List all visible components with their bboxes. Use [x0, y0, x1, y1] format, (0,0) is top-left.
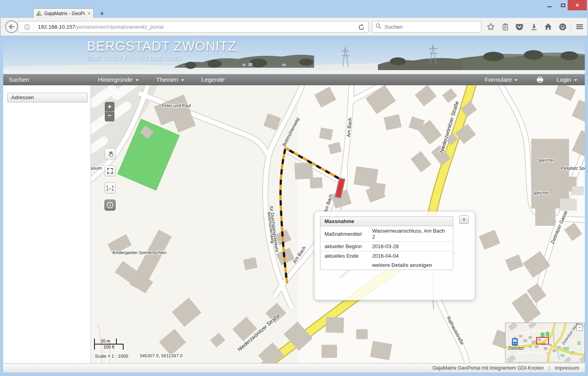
site-banner: BERGSTADT ZWÖNITZ EINE STADT FÜR ALT UND… — [3, 36, 585, 74]
nav-legende[interactable]: Legende — [201, 74, 224, 85]
url-path: /portalserver/#/portal/zwoenitz_portal — [75, 24, 163, 30]
mouse-coordinates: 345307.9, 5611397.0 — [138, 353, 184, 358]
toolbar-divider — [571, 22, 571, 31]
building — [356, 329, 368, 339]
nav-themen[interactable]: Themen — [156, 74, 184, 85]
search-input[interactable] — [384, 24, 464, 30]
browser-tab[interactable]: GajaMatrix - GeoPortal zw... × — [33, 8, 94, 18]
window-close-button[interactable]: × — [568, 0, 587, 10]
favicon-icon — [36, 11, 42, 16]
scale-imperial: 100 ft — [94, 344, 124, 350]
reload-button[interactable] — [358, 24, 365, 32]
map-label: Kindergarten Sonnenschein — [112, 250, 167, 255]
zoom-out-button[interactable]: − — [105, 112, 114, 121]
footer-text: GajaMatrix GeoPortal mit integriertem GD… — [433, 365, 544, 371]
window-minimize-button[interactable] — [543, 0, 556, 10]
footer-bar: GajaMatrix GeoPortal mit integriertem GD… — [3, 363, 585, 372]
map-label: Gymnasium — [91, 166, 102, 170]
building — [326, 317, 344, 333]
building — [531, 139, 569, 208]
site-title: BERGSTADT ZWÖNITZ — [87, 39, 236, 54]
chevron-down-icon — [181, 79, 184, 81]
site-info-icon[interactable] — [24, 24, 34, 31]
info-tool-button[interactable] — [104, 200, 116, 211]
zoom-in-button[interactable]: + — [105, 102, 114, 112]
chevron-down-icon — [574, 79, 577, 81]
info-icon — [106, 202, 114, 209]
footer-separator: | — [549, 365, 550, 371]
overview-place-label: Zwönitz — [508, 346, 523, 351]
window-titlebar: GajaMatrix - GeoPortal zw... × + × — [0, 0, 588, 18]
hello-smiley-icon[interactable] — [555, 20, 570, 34]
map-label: Speicher — [532, 190, 549, 195]
pan-tool-button[interactable] — [104, 148, 116, 159]
menu-hamburger-icon[interactable] — [572, 20, 587, 34]
map-label: Speicher — [537, 158, 554, 163]
reading-list-icon[interactable] — [498, 20, 512, 34]
building — [310, 177, 322, 188]
map-label: Parkplatz Speicher — [560, 166, 585, 170]
measure-info-popup: Massnahme MaßnahmentitelWasserneuanschlu… — [314, 211, 475, 300]
search-bar[interactable] — [372, 21, 481, 33]
popup-table: Massnahme MaßnahmentitelWasserneuanschlu… — [320, 216, 453, 270]
site-subtitle: EINE STADT FÜR ALT UND JUNG — [87, 55, 236, 61]
impressum-link[interactable]: Impressum — [555, 365, 579, 371]
building — [319, 128, 333, 140]
nav-formulare[interactable]: Formulare — [485, 74, 518, 85]
scale-bar: 20 m 100 ft Scale = 1 : 1000 345307.9, 5… — [94, 339, 124, 350]
building — [370, 341, 392, 360]
tab-close-icon[interactable]: × — [87, 11, 90, 16]
building — [295, 163, 313, 179]
select-rectangle-icon — [107, 168, 113, 174]
printer-icon — [536, 76, 544, 83]
building — [322, 345, 337, 358]
map-canvas[interactable]: Peter und PaulGymnasiumBottmühlenwegBott… — [91, 85, 585, 363]
popup-row: aktueller Beginn2016-03-28 — [321, 242, 453, 251]
map-label: Peter und Paul — [162, 103, 191, 108]
pocket-icon[interactable] — [512, 20, 527, 34]
overview-collapse-button[interactable]: − — [576, 325, 583, 331]
hand-icon — [107, 151, 114, 157]
download-icon[interactable] — [527, 20, 541, 34]
nav-suchen[interactable]: Suchen — [9, 74, 29, 85]
parking-lot — [560, 199, 577, 211]
sidebar: Adressen — [3, 85, 91, 363]
nav-login[interactable]: Login — [557, 74, 577, 85]
details-link[interactable]: weitere Details anzeigen — [372, 262, 432, 268]
popup-title: Massnahme — [321, 217, 453, 226]
overview-map[interactable]: Zwönitz Zwönitzer Straße − — [505, 323, 585, 362]
popup-row: MaßnahmentitelWasserneuanschluss, Am Bac… — [321, 226, 453, 242]
measure-icon: ↔ — [107, 186, 113, 191]
adressen-button[interactable]: Adressen — [7, 93, 88, 102]
popup-table-body: MaßnahmentitelWasserneuanschluss, Am Bac… — [321, 226, 453, 261]
url-host: 192.168.10.157 — [38, 24, 75, 30]
scale-text: Scale = 1 : 1000 — [95, 354, 128, 358]
building — [535, 208, 555, 226]
popup-row: aktuelles Ende2016-04-04 — [321, 251, 453, 261]
chevron-down-icon — [515, 79, 518, 81]
popup-close-button[interactable]: × — [459, 215, 469, 224]
back-arrow-icon — [8, 23, 15, 30]
bookmark-star-icon[interactable] — [484, 20, 498, 34]
nav-hintergruende[interactable]: Hintergründe — [98, 74, 139, 85]
tab-title: GajaMatrix - GeoPortal zw... — [44, 11, 85, 16]
parking-lot — [572, 186, 584, 195]
portal-navbar: Suchen Hintergründe Themen Legende Formu… — [3, 74, 585, 85]
url-bar[interactable]: 192.168.10.157/portalserver/#/portal/zwo… — [18, 21, 369, 33]
search-icon — [376, 23, 382, 31]
select-area-tool-button[interactable] — [104, 165, 116, 176]
nav-print-button[interactable] — [536, 74, 544, 85]
back-button[interactable] — [5, 20, 18, 33]
new-tab-button[interactable]: + — [97, 10, 107, 17]
chevron-down-icon — [136, 79, 139, 81]
measure-tool-button[interactable]: ↔ — [104, 182, 116, 194]
home-icon[interactable] — [541, 20, 555, 34]
